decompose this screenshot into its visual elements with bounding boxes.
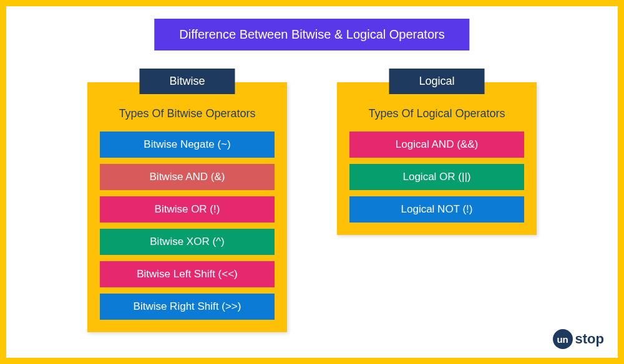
logo-text: stop	[575, 331, 604, 347]
logo-circle: un	[553, 329, 573, 349]
diagram-title: Difference Between Bitwise & Logical Ope…	[154, 19, 469, 50]
bitwise-item: Bitwise XOR (^)	[100, 229, 275, 255]
logical-item: Logical NOT (!)	[349, 196, 524, 223]
logical-item: Logical AND (&&)	[349, 132, 524, 158]
bitwise-body: Types Of Bitwise Operators Bitwise Negat…	[87, 82, 287, 332]
bitwise-item: Bitwise Left Shift (<<)	[100, 261, 275, 287]
columns-container: Bitwise Types Of Bitwise Operators Bitwi…	[6, 69, 618, 332]
bitwise-item: Bitwise Right Shift (>>)	[100, 294, 275, 320]
logical-header: Logical	[389, 69, 484, 94]
logical-item: Logical OR (||)	[349, 164, 524, 190]
logical-subtitle: Types Of Logical Operators	[349, 107, 524, 120]
brand-logo: un stop	[553, 329, 604, 349]
bitwise-subtitle: Types Of Bitwise Operators	[100, 107, 275, 120]
bitwise-item: Bitwise OR (!)	[100, 196, 275, 223]
logical-body: Types Of Logical Operators Logical AND (…	[337, 82, 537, 235]
bitwise-item: Bitwise Negate (~)	[100, 132, 275, 158]
bitwise-header: Bitwise	[139, 69, 235, 94]
bitwise-card: Bitwise Types Of Bitwise Operators Bitwi…	[87, 69, 287, 332]
diagram-frame: Difference Between Bitwise & Logical Ope…	[0, 0, 624, 364]
logical-card: Logical Types Of Logical Operators Logic…	[337, 69, 537, 235]
bitwise-item: Bitwise AND (&)	[100, 164, 275, 190]
